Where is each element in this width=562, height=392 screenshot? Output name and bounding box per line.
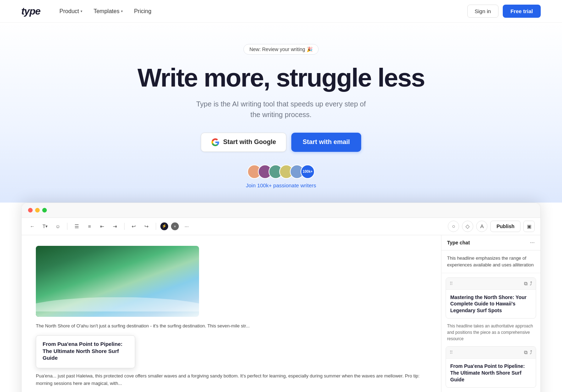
- content-area: The North Shore of O'ahu isn't just a su…: [22, 235, 540, 392]
- indent-icon[interactable]: ⇥: [110, 221, 120, 231]
- drag-icon[interactable]: ⠿: [450, 350, 453, 355]
- insert-icon[interactable]: ⤴: [530, 281, 532, 287]
- copy-icon[interactable]: ⧉: [524, 281, 528, 287]
- copy-icon[interactable]: ⧉: [524, 349, 528, 355]
- nav-templates[interactable]: Templates ▾: [89, 5, 128, 17]
- chat-suggestion-2: ⠿ ⧉ ⤴ From Pua'ena Point to Pipeline: Th…: [446, 346, 536, 388]
- pin-icon[interactable]: ◇: [462, 221, 473, 232]
- nav-product[interactable]: Product ▾: [55, 5, 87, 17]
- insert-icon[interactable]: ⤴: [530, 349, 532, 355]
- nav-actions: Sign in Free trial: [467, 5, 541, 18]
- numbered-list-icon[interactable]: ≡: [84, 221, 94, 231]
- toolbar-left: ← T▾ ☺ ☰ ≡ ⇤ ⇥ ↩ ↪ ⚡ × ···: [27, 221, 192, 231]
- toolbar-divider: [67, 223, 67, 230]
- google-icon: [211, 138, 220, 147]
- article-popup: From Pua'ena Point to Pipeline: The Ulti…: [36, 335, 135, 368]
- drag-icon[interactable]: ⠿: [450, 281, 453, 286]
- chevron-down-icon: ▾: [121, 9, 123, 13]
- sidebar-toggle-icon[interactable]: ▣: [523, 221, 535, 232]
- chat-note-2: This headline takes an authoritative app…: [441, 319, 540, 346]
- nav-pricing[interactable]: Pricing: [129, 5, 156, 17]
- avatar-count-badge: 100k+: [301, 165, 315, 179]
- hero-buttons: Start with Google Start with email: [201, 133, 361, 152]
- bullet-list-icon[interactable]: ☰: [72, 221, 82, 231]
- text-format-icon[interactable]: T▾: [40, 221, 50, 231]
- editor-area[interactable]: The North Shore of O'ahu isn't just a su…: [22, 235, 441, 392]
- social-proof: 100k+ Join 100k+ passionate writers: [246, 165, 316, 188]
- suggestion-controls-2: ⠿ ⧉ ⤴: [446, 347, 536, 359]
- chat-header: Type chat ···: [441, 235, 540, 250]
- ai-chat-icon[interactable]: ×: [171, 222, 179, 230]
- window-close-dot[interactable]: [28, 208, 33, 212]
- nav-links: Product ▾ Templates ▾ Pricing: [55, 5, 467, 17]
- start-with-email-button[interactable]: Start with email: [291, 133, 361, 152]
- chat-title: Type chat: [447, 240, 470, 245]
- article-extra-text: Pua'ena... just past Haleiwa, this prote…: [36, 372, 427, 387]
- start-with-google-button[interactable]: Start with Google: [201, 133, 286, 152]
- suggestion-title-2: From Pua'ena Point to Pipeline: The Ulti…: [446, 359, 536, 387]
- emoji-icon[interactable]: ☺: [53, 221, 63, 231]
- font-icon[interactable]: A: [476, 221, 487, 232]
- suggestion-actions-2: ⧉ ⤴: [524, 349, 532, 355]
- hero-title: Write more, struggle less: [138, 65, 425, 92]
- outdent-icon[interactable]: ⇤: [97, 221, 107, 231]
- chat-intro-text: This headline emphasizes the range of ex…: [441, 250, 540, 273]
- app-preview: ← T▾ ☺ ☰ ≡ ⇤ ⇥ ↩ ↪ ⚡ × ··· ○ ◇ A Publish…: [21, 203, 541, 392]
- chat-more-icon[interactable]: ···: [530, 239, 535, 246]
- undo-icon[interactable]: ↩: [129, 221, 139, 231]
- window-bar: [22, 203, 540, 218]
- signin-button[interactable]: Sign in: [467, 5, 498, 18]
- chat-suggestion-1: ⠿ ⧉ ⤴ Mastering the North Shore: Your Co…: [446, 277, 536, 319]
- site-logo[interactable]: type: [21, 6, 40, 17]
- article-popup-title: From Pua'ena Point to Pipeline: The Ulti…: [43, 341, 128, 361]
- ai-icon[interactable]: ⚡: [160, 222, 168, 230]
- suggestion-title-1: Mastering the North Shore: Your Complete…: [446, 290, 536, 319]
- toolbar-right: ○ ◇ A Publish ▣: [448, 221, 535, 232]
- article-body-text: The North Shore of O'ahu isn't just a su…: [36, 322, 427, 330]
- chat-sidebar: Type chat ··· This headline emphasizes t…: [441, 235, 540, 392]
- suggestion-controls: ⠿ ⧉ ⤴: [446, 278, 536, 290]
- toolbar-divider: [124, 223, 125, 230]
- publish-button[interactable]: Publish: [490, 221, 520, 232]
- window-maximize-dot[interactable]: [42, 208, 47, 212]
- chevron-down-icon: ▾: [81, 9, 82, 13]
- more-options-icon[interactable]: ···: [182, 221, 192, 231]
- free-trial-button[interactable]: Free trial: [503, 5, 541, 18]
- social-proof-text: Join 100k+ passionate writers: [246, 182, 316, 188]
- back-icon[interactable]: ←: [27, 221, 37, 231]
- avatar-group: 100k+: [247, 165, 315, 179]
- window-minimize-dot[interactable]: [35, 208, 40, 212]
- redo-icon[interactable]: ↪: [142, 221, 151, 231]
- navbar: type Product ▾ Templates ▾ Pricing Sign …: [0, 0, 562, 23]
- hero-section: New: Review your writing 🎉 Write more, s…: [0, 23, 562, 203]
- hero-subtitle: Type is the AI writing tool that speeds …: [196, 99, 366, 120]
- editor-toolbar: ← T▾ ☺ ☰ ≡ ⇤ ⇥ ↩ ↪ ⚡ × ··· ○ ◇ A Publish…: [22, 218, 540, 235]
- toolbar-divider: [156, 223, 156, 230]
- hero-badge[interactable]: New: Review your writing 🎉: [243, 44, 319, 55]
- suggestion-actions: ⧉ ⤴: [524, 281, 532, 287]
- article-image: [36, 246, 199, 317]
- circle-icon[interactable]: ○: [448, 221, 459, 232]
